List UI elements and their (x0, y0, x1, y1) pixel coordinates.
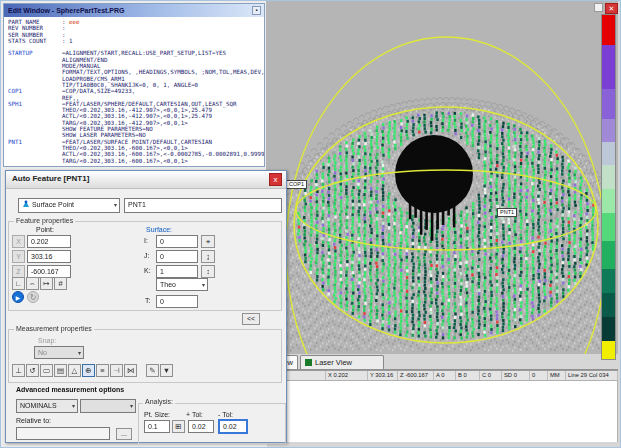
scale-segment (602, 213, 615, 241)
relative-to-label: Relative to: (16, 417, 51, 424)
feature-type-value: Surface Point (32, 201, 74, 208)
scale-segment (602, 241, 615, 269)
collapse-button[interactable]: << (242, 313, 260, 325)
snap-dropdown[interactable]: No ▾ (34, 346, 84, 359)
dialog-close-icon[interactable]: x (269, 173, 282, 186)
scale-segment (602, 189, 615, 213)
theo-value: Theo (160, 281, 176, 288)
scale-segment (602, 89, 615, 119)
scale-segment (602, 15, 615, 45)
status-cell: MM (548, 371, 566, 380)
edit-window-title[interactable]: Edit Window - SpherePartTest.PRG (4, 4, 264, 17)
chevron-down-icon: ▾ (72, 400, 75, 412)
angle-scan-icon[interactable]: △ (68, 364, 81, 377)
status-cell: X 0.202 (326, 371, 368, 380)
scale-segment (602, 119, 615, 142)
edit-window: Edit Window - SpherePartTest.PRG ▪ PART … (3, 3, 265, 167)
point-cloud-canvas[interactable] (266, 1, 618, 354)
y-value-input[interactable]: 303.16 (27, 250, 71, 263)
x-value-input[interactable]: 0.202 (27, 235, 71, 248)
x-axis-button[interactable]: X (12, 235, 25, 248)
clamp-icon[interactable]: ⊣ (110, 364, 123, 377)
avoidance-icon[interactable]: ⊕ (82, 364, 95, 377)
code-line: STARTUP=ALIGNMENT/START,RECALL:USE_PART_… (8, 50, 264, 56)
feature-name-input[interactable]: PNT1 (124, 198, 282, 213)
view-menu-button[interactable] (594, 3, 603, 12)
status-cell: C 0 (480, 371, 502, 380)
align-vector-icon[interactable]: ↕ (201, 265, 215, 278)
y-axis-button[interactable]: Y (12, 250, 25, 263)
code-line: TARG/<0.202,303.16,-600.167>,<0,0,1> (8, 158, 264, 164)
measure-order-icon[interactable]: ↦ (40, 277, 53, 290)
dialog-title[interactable]: Auto Feature [PNT1] (6, 171, 286, 189)
surface-patch-icon[interactable]: ▤ (54, 364, 67, 377)
chevron-down-icon: ▾ (130, 400, 133, 412)
execute-button[interactable]: ▶ (12, 291, 24, 303)
secondary-dropdown[interactable]: ▾ (80, 399, 136, 413)
pierce-point-icon[interactable]: ⌖ (201, 235, 215, 248)
mesh-icon[interactable]: ⋈ (124, 364, 137, 377)
rotate-icon[interactable]: ↺ (26, 364, 39, 377)
relative-to-input[interactable] (16, 427, 110, 440)
analysis-label: Analysis: (143, 398, 175, 405)
gnomon-icon[interactable]: ∟ (12, 277, 25, 290)
feature-type-dropdown[interactable]: Surface Point ▾ (18, 198, 120, 213)
scale-segment (602, 165, 615, 189)
plus-tol-input[interactable]: 0.02 (188, 420, 214, 433)
code-area[interactable]: PART NAME: eeeREV NUMBER: SER NUMBER: ST… (4, 17, 264, 166)
grid-icon[interactable]: # (54, 277, 67, 290)
nominals-dropdown[interactable]: NOMINALS ▾ (16, 399, 78, 413)
cop1-label: COP1 (286, 180, 307, 189)
snap-label: Snap: (38, 337, 56, 344)
j-value-input[interactable]: 0 (156, 250, 198, 263)
plus-tol-label: + Tol: (186, 411, 203, 418)
flip-vector-icon[interactable]: ↨ (201, 250, 215, 263)
pen-icon[interactable]: ✎ (146, 364, 159, 377)
snap-value: No (38, 349, 47, 356)
t-value-input[interactable]: 0 (156, 295, 198, 308)
minus-tol-input[interactable]: 0.02 (218, 419, 248, 434)
feature-properties-label: Feature properties (14, 217, 75, 224)
tab-laser-view[interactable]: Laser View (300, 355, 384, 369)
status-cell: A 0 (434, 371, 456, 380)
auto-feature-dialog: Auto Feature [PNT1] x Surface Point ▾ PN… (5, 170, 287, 443)
pt-size-label: Pt. Size: (144, 411, 170, 418)
status-cell: Z -600.167 (398, 371, 434, 380)
i-value-input[interactable]: 0 (156, 235, 198, 248)
status-bar: X 0.202Y 303.16Z -600.167A 0B 0C 0SD 00M… (266, 370, 618, 380)
status-cell: Y 303.16 (368, 371, 398, 380)
pt-size-input[interactable]: 0.1 (144, 420, 170, 433)
tab-laser-label: Laser View (315, 358, 352, 367)
pt-size-icon-button[interactable]: ⊞ (172, 420, 185, 433)
i-label: I: (144, 237, 148, 244)
regenerate-button[interactable]: ↻ (27, 291, 39, 303)
nominals-value: NOMINALS (20, 402, 57, 409)
graphics-view[interactable]: COP1 PNT1 ✕ (266, 1, 618, 354)
chevron-down-icon: ▾ (114, 199, 117, 211)
theo-dropdown[interactable]: Theo ▾ (156, 278, 208, 291)
k-value-input[interactable]: 1 (156, 265, 198, 278)
levels-icon[interactable]: ≡ (96, 364, 109, 377)
k-label: K: (144, 267, 151, 274)
chevron-down-icon: ▾ (202, 279, 205, 291)
laser-view-icon (305, 359, 312, 366)
filter-icon[interactable]: ▼ (160, 364, 173, 377)
view-close-icon[interactable]: ✕ (605, 3, 618, 14)
status-cell: 0 (530, 371, 548, 380)
edit-window-menu-button[interactable]: ▪ (252, 6, 261, 15)
view-tab-bar: ew Laser View (266, 354, 618, 370)
find-noms-icon[interactable]: ⌢ (26, 277, 39, 290)
scale-segment (602, 293, 615, 317)
surface-point-icon (22, 200, 30, 208)
application-window: COP1 PNT1 ✕ ew Laser View X 0.202Y 303.1… (0, 0, 621, 448)
bottom-panel (266, 380, 618, 442)
box-select-icon[interactable]: ▭ (40, 364, 53, 377)
deviation-color-scale (601, 14, 616, 360)
status-cell: SD 0 (502, 371, 530, 380)
browse-button[interactable]: ... (116, 428, 132, 440)
measurement-properties-label: Measurement properties (14, 325, 94, 332)
status-cell: B 0 (456, 371, 480, 380)
advanced-options-heading: Advanced measurement options (16, 386, 124, 393)
scale-segment (602, 142, 615, 165)
probe-depth-icon[interactable]: ⊥ (12, 364, 25, 377)
